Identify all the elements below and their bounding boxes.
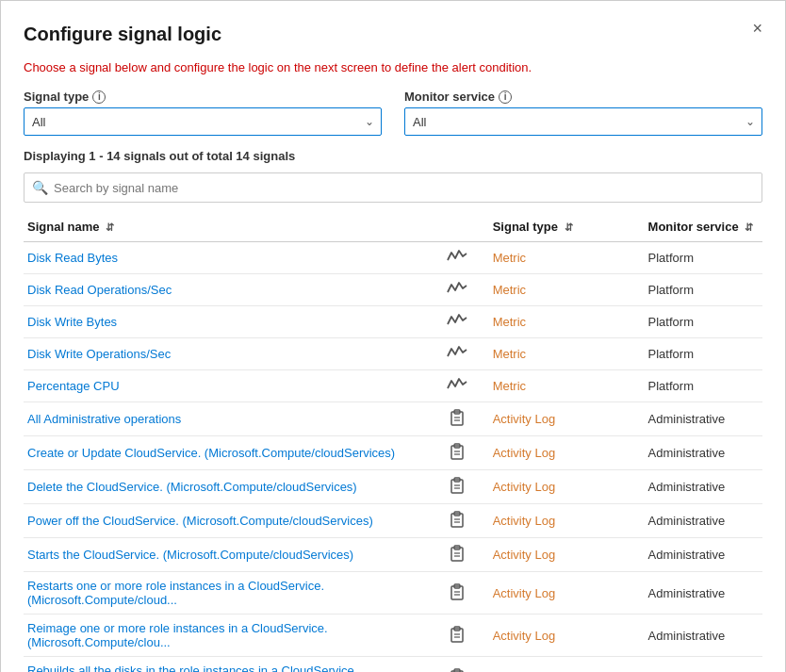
table-body: Disk Read Bytes MetricPlatformDisk Read … [24, 242, 762, 673]
signal-type-group: Signal type i All Metric Activity Log Lo… [24, 90, 382, 136]
monitor-service-cell: Platform [645, 274, 762, 306]
monitor-service-cell: Platform [645, 338, 762, 370]
signal-type-cell: Metric [489, 242, 593, 274]
monitor-service-cell: Administrative [645, 470, 762, 504]
monitor-service-cell: Platform [645, 306, 762, 338]
signal-name-link[interactable]: Percentage CPU [27, 379, 120, 393]
spacer-cell [592, 242, 644, 274]
metric-svg-icon [447, 313, 467, 328]
col-header-signal-type: Signal type ⇵ [489, 214, 593, 242]
signal-name-link[interactable]: Rebuilds all the disks in the role insta… [27, 664, 357, 672]
signal-name-link[interactable]: Power off the CloudService. (Microsoft.C… [27, 514, 373, 528]
monitor-service-cell: Platform [645, 370, 762, 402]
monitor-service-cell: Platform [645, 242, 762, 274]
monitor-service-cell: Administrative [645, 572, 762, 615]
monitor-service-select-wrapper: All Platform Administrative ⌄ [404, 107, 762, 136]
spacer-cell [592, 306, 644, 338]
metric-svg-icon [447, 345, 467, 360]
table-header-row: Signal name ⇵ Signal type ⇵ Monitor serv… [24, 214, 762, 242]
metric-icon [430, 338, 488, 370]
signal-name-link[interactable]: Disk Read Operations/Sec [27, 283, 172, 297]
search-input[interactable] [54, 181, 754, 195]
metric-svg-icon [447, 249, 467, 264]
activity-log-icon [430, 402, 488, 436]
monitor-service-info-icon[interactable]: i [499, 90, 512, 104]
spacer-cell [592, 615, 644, 657]
monitor-service-cell: Administrative [645, 402, 762, 436]
activity-log-svg-icon [450, 545, 465, 562]
col-header-monitor-icon [592, 214, 644, 242]
activity-log-icon [430, 572, 488, 615]
metric-svg-icon [447, 281, 467, 296]
configure-signal-dialog: Configure signal logic × Choose a signal… [0, 0, 786, 672]
monitor-service-cell: Administrative [645, 436, 762, 470]
activity-log-svg-icon [450, 409, 465, 426]
sort-monitor-service-icon[interactable]: ⇵ [745, 221, 753, 233]
metric-icon [430, 274, 488, 306]
search-icon: 🔍 [32, 180, 48, 195]
signal-name-link[interactable]: Disk Write Operations/Sec [27, 347, 171, 361]
spacer-cell [592, 470, 644, 504]
metric-svg-icon [447, 377, 467, 392]
activity-log-svg-icon [450, 583, 465, 600]
signal-type-info-icon[interactable]: i [92, 90, 106, 104]
spacer-cell [592, 370, 644, 402]
table-row: Create or Update CloudService. (Microsof… [24, 436, 762, 470]
signal-type-cell: Activity Log [489, 615, 593, 657]
spacer-cell [592, 274, 644, 306]
signal-type-cell: Metric [489, 306, 593, 338]
spacer-cell [592, 436, 644, 470]
col-header-monitor-service: Monitor service ⇵ [645, 214, 762, 242]
metric-icon [430, 370, 488, 402]
signal-name-link[interactable]: Disk Read Bytes [27, 251, 118, 265]
monitor-service-cell: Administrative [645, 615, 762, 657]
monitor-service-label: Monitor service i [404, 90, 762, 104]
spacer-cell [592, 338, 644, 370]
activity-log-svg-icon [450, 443, 465, 460]
table-row: Power off the CloudService. (Microsoft.C… [24, 504, 762, 538]
monitor-service-cell: Administrative [645, 657, 762, 673]
signal-name-link[interactable]: Restarts one or more role instances in a… [27, 579, 324, 607]
monitor-service-cell: Administrative [645, 504, 762, 538]
signal-type-select-wrapper: All Metric Activity Log Log ⌄ [24, 107, 382, 136]
activity-log-svg-icon [450, 668, 465, 673]
signal-type-cell: Activity Log [489, 470, 593, 504]
col-header-type-icon [430, 214, 488, 242]
table-row: Restarts one or more role instances in a… [24, 572, 762, 615]
activity-log-icon [430, 470, 488, 504]
filter-row: Signal type i All Metric Activity Log Lo… [24, 90, 762, 136]
sort-signal-type-icon[interactable]: ⇵ [565, 221, 573, 233]
signal-name-link[interactable]: Reimage one or more role instances in a … [27, 621, 328, 649]
col-header-signal-name: Signal name ⇵ [24, 214, 430, 242]
signal-type-cell: Activity Log [489, 538, 593, 572]
signal-type-cell: Activity Log [489, 572, 593, 615]
search-box: 🔍 [24, 172, 762, 203]
activity-log-icon [430, 538, 488, 572]
table-row: Disk Read Bytes MetricPlatform [24, 242, 762, 274]
signal-name-link[interactable]: Delete the CloudService. (Microsoft.Comp… [27, 480, 357, 494]
activity-log-icon [430, 504, 488, 538]
signals-table: Signal name ⇵ Signal type ⇵ Monitor serv… [24, 214, 762, 672]
signal-count: Displaying 1 - 14 signals out of total 1… [24, 149, 762, 163]
table-row: Disk Write Bytes MetricPlatform [24, 306, 762, 338]
activity-log-icon [430, 436, 488, 470]
signal-type-select[interactable]: All Metric Activity Log Log [24, 107, 382, 136]
signal-type-label: Signal type i [24, 90, 382, 104]
monitor-service-group: Monitor service i All Platform Administr… [404, 90, 762, 136]
spacer-cell [592, 504, 644, 538]
close-button[interactable]: × [746, 18, 768, 39]
signal-name-link[interactable]: Starts the CloudService. (Microsoft.Comp… [27, 548, 353, 562]
signal-name-link[interactable]: Disk Write Bytes [27, 315, 117, 329]
table-row: Rebuilds all the disks in the role insta… [24, 657, 762, 673]
spacer-cell [592, 572, 644, 615]
signal-type-cell: Metric [489, 274, 593, 306]
table-row: Disk Write Operations/Sec MetricPlatform [24, 338, 762, 370]
monitor-service-select[interactable]: All Platform Administrative [404, 107, 762, 136]
signal-name-link[interactable]: All Administrative operations [27, 412, 181, 426]
table-row: Starts the CloudService. (Microsoft.Comp… [24, 538, 762, 572]
signal-name-link[interactable]: Create or Update CloudService. (Microsof… [27, 446, 395, 460]
table-row: Reimage one or more role instances in a … [24, 615, 762, 657]
activity-log-svg-icon [450, 477, 465, 494]
spacer-cell [592, 402, 644, 436]
sort-signal-name-icon[interactable]: ⇵ [106, 221, 114, 233]
